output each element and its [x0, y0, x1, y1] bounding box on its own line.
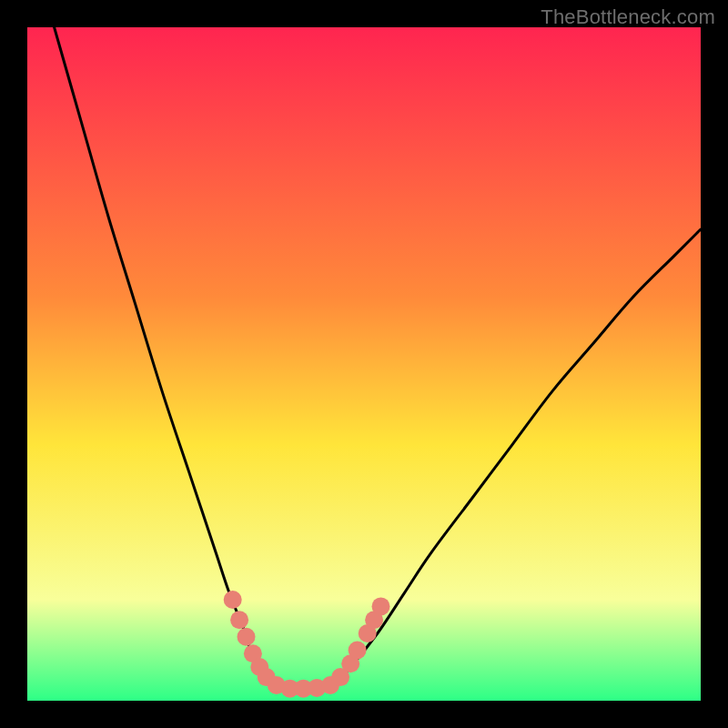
chart-frame: TheBottleneck.com [0, 0, 728, 728]
valley-marker [238, 628, 256, 646]
valley-marker [349, 642, 367, 660]
watermark-text: TheBottleneck.com [541, 5, 715, 29]
gradient-background [27, 27, 701, 701]
bottleneck-chart [27, 27, 701, 701]
valley-marker [372, 597, 390, 615]
valley-marker [224, 591, 242, 609]
valley-marker [230, 611, 248, 629]
